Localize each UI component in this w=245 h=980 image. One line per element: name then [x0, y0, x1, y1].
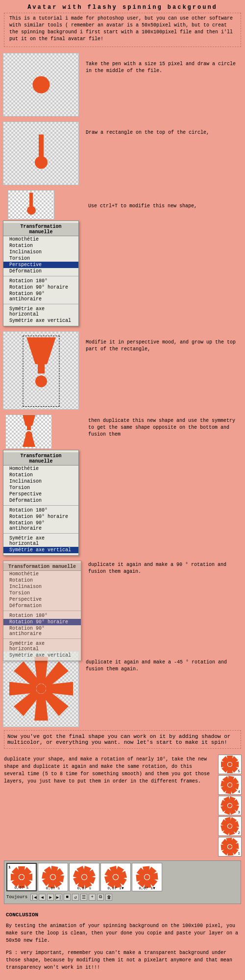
step7-canvas [3, 651, 79, 727]
step5-torsion[interactable]: Torsion [3, 485, 78, 491]
step5-menu: Transformation manuelle Homothétie Rotat… [3, 450, 79, 556]
intro-text: This is a tutorial i made for photoshop … [4, 13, 241, 47]
step3-menu: Transformation manuelle Homothétie Rotat… [3, 220, 79, 326]
prev-frame-button[interactable]: ◀ [39, 894, 46, 901]
timeline-frame-2[interactable]: 0,07 s [38, 863, 68, 891]
frame5-time: 0,07 s▼ [139, 886, 155, 890]
step6-row: Transformation manuelle Homothétie Rotat… [0, 559, 245, 648]
menu-homothetie[interactable]: Homothétie [3, 236, 78, 243]
circle-part [35, 156, 48, 169]
step6-back-r90a[interactable]: Rotation 90° antihoraire [3, 625, 81, 637]
conclusion-text1: By testing the animation of your spinnin… [6, 922, 239, 944]
timeline-frame-1[interactable]: 1 0,07 s [6, 863, 37, 891]
step5-inclinaison[interactable]: Inclinaison [3, 478, 78, 485]
step2-canvas [3, 122, 79, 185]
step7-row: duplicate it again and make a -45 ° rota… [0, 649, 245, 729]
step5-rotation90a[interactable]: Rotation 90° antihoraire [3, 520, 78, 532]
step5-rotation90h[interactable]: Rotation 90° horaire [3, 514, 78, 520]
step6-back-rotation[interactable]: Rotation [3, 577, 81, 584]
svg-point-16 [36, 684, 46, 693]
duplicate-frame-button[interactable]: ⧉ [97, 894, 104, 901]
timeline-frame-3[interactable]: 0,07 s [69, 863, 99, 891]
frame-num-4: 4 [238, 789, 240, 794]
step6-back-r90h[interactable]: Rotation 90° horaire [3, 619, 81, 625]
loop-button[interactable]: ↺ [72, 894, 79, 901]
step6-back-torsion[interactable]: Torsion [3, 590, 81, 596]
step5-symetrie-h[interactable]: Symétrie axe horizontal [3, 535, 78, 547]
step3-canvas-area: Transformation manuelle Homothétie Rotat… [3, 190, 79, 326]
step5-row: Transformation manuelle Homothétie Rotat… [0, 413, 245, 558]
step5-symetrie-v[interactable]: Symétrie axe vertical [3, 547, 78, 553]
step5-divider2 [3, 533, 78, 534]
conclusion-title: CONCLUSION [6, 911, 239, 919]
step5-text: then duplicate this new shape and use th… [84, 413, 245, 558]
frame3-svg [73, 865, 96, 889]
conclusion-section: CONCLUSION By testing the animation of y… [0, 906, 245, 976]
skip-back-button[interactable]: |◀ [30, 894, 37, 901]
step6-back-symv[interactable]: Symétrie axe vertical [3, 652, 81, 659]
step6-back-inclinaison[interactable]: Inclinaison [3, 584, 81, 590]
stop-button[interactable]: ■ [64, 894, 71, 901]
step4-text: Modifie it in perspective mood, and grow… [82, 329, 245, 412]
svg-point-43 [227, 803, 232, 808]
step5-homothetie[interactable]: Homothétie [3, 466, 78, 472]
step1-text: Take the pen with a size 15 pixel and dr… [82, 51, 245, 119]
step6-back-r180[interactable]: Rotation 180° [3, 612, 81, 619]
step5-rotation180[interactable]: Rotation 180° [3, 507, 78, 514]
frame-num-5: 5 [238, 769, 240, 773]
step6-back-perspective[interactable]: Perspective [3, 596, 81, 603]
menu-perspective[interactable]: Perspective [3, 262, 78, 268]
menu-rotation[interactable]: Rotation [3, 243, 78, 249]
step6-menu-back: Transformation manuelle Homothétie Rotat… [3, 561, 81, 661]
menu-title: Transformation manuelle [3, 223, 78, 236]
frame-num-1: 1 [238, 851, 240, 856]
timeline-frames-row: 1 0,07 s 0,07 s 0,07 s 0,07 s▼ [6, 863, 239, 891]
step1-row: Take the pen with a size 15 pixel and dr… [0, 51, 245, 119]
menu-rotation90h[interactable]: Rotation 90° horaire [3, 284, 78, 291]
side-frame-3-svg [220, 796, 239, 815]
step6-back-homothetie[interactable]: Homothétie [3, 571, 81, 577]
settings-button[interactable]: ☰ [80, 894, 87, 901]
step2-row: Draw a rectangle on the top of the circl… [0, 120, 245, 187]
side-frame-5-svg [220, 755, 239, 774]
starburst-svg [7, 654, 75, 723]
menu-symetrie-h[interactable]: Symétrie axe horizontal [3, 306, 78, 318]
step6-back-div2 [3, 638, 81, 639]
side-frame-3: 3 [218, 796, 242, 815]
step6-back-symh[interactable]: Symétrie axe horizontal [3, 640, 81, 652]
timeline-frame-4[interactable]: 0,07 s▼ [100, 863, 131, 891]
step6-menus: Transformation manuelle Homothétie Rotat… [3, 561, 81, 646]
side-frame-4: 4 [218, 775, 242, 795]
menu-inclinaison[interactable]: Inclinaison [3, 249, 78, 255]
delete-frame-button[interactable]: 🗑 [105, 894, 112, 901]
spin-section: Now you've got the final shape you can w… [4, 730, 241, 749]
spin-detail-row: duplicate your shape, and make a rotatio… [0, 753, 245, 858]
frame2-svg [41, 865, 65, 889]
menu-rotation90a[interactable]: Rotation 90° antihoraire [3, 291, 78, 302]
add-frame-button[interactable]: + [89, 894, 96, 901]
step5-rotation[interactable]: Rotation [3, 472, 78, 478]
step5-divider1 [3, 505, 78, 506]
timeline-frame-5[interactable]: 0,07 s▼ [132, 863, 162, 891]
menu-rotation180[interactable]: Rotation 180° [3, 278, 78, 284]
side-frame-1: 1 [218, 837, 242, 857]
svg-marker-7 [23, 436, 35, 447]
timeline-section: 1 0,07 s 0,07 s 0,07 s 0,07 s▼ [4, 860, 241, 904]
step5-deformation[interactable]: Déformation [3, 497, 78, 504]
next-frame-button[interactable]: ▶| [55, 894, 62, 901]
menu-deformation[interactable]: Déformation [3, 268, 78, 274]
step5-perspective[interactable]: Perspective [3, 491, 78, 497]
svg-point-79 [50, 874, 56, 880]
svg-point-34 [227, 783, 232, 787]
step4-canvas [3, 331, 79, 410]
menu-symetrie-v[interactable]: Symétrie axe vertical [3, 318, 78, 324]
step5-menu-title: Transformation manuelle [3, 452, 78, 466]
frame-num-2: 2 [238, 831, 240, 835]
play-button[interactable]: ▶ [47, 894, 54, 901]
side-frames-container: 5 4 3 2 1 [218, 753, 245, 858]
step6-left: Transformation manuelle Homothétie Rotat… [3, 561, 81, 646]
step6-back-deformation[interactable]: Déformation [3, 603, 81, 609]
step6-back-title: Transformation manuelle [3, 563, 81, 571]
menu-torsion[interactable]: Torsion [3, 255, 78, 262]
double-shape [17, 415, 41, 448]
